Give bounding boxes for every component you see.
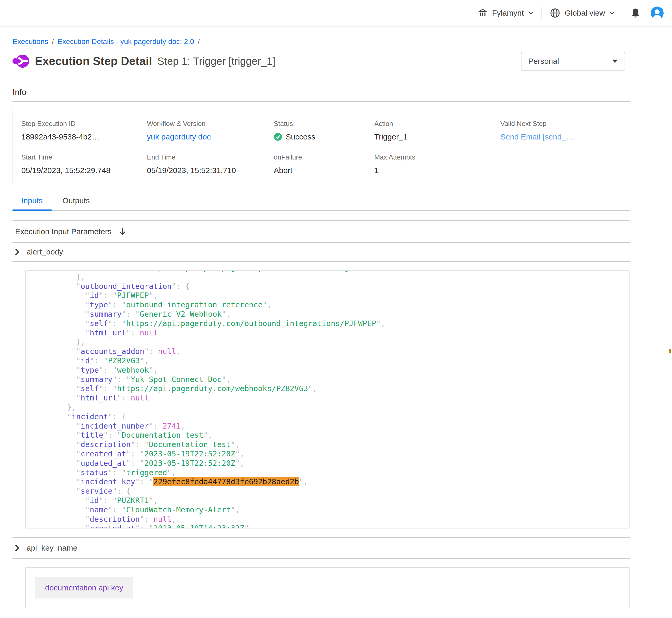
code-line: "self": "https://api.pagerduty.com/webho… (35, 384, 629, 393)
divider (12, 101, 630, 102)
globe-icon (550, 8, 561, 18)
chevron-down-icon (528, 11, 534, 15)
header-divider (541, 7, 542, 19)
divider (12, 558, 630, 559)
info-heading: Info (12, 87, 630, 97)
info-field-step-execution-id: Step Execution ID18992a43-9538-4b2… (21, 120, 147, 141)
code-line: "id": "PZB2VG3", (35, 356, 629, 366)
divider (12, 261, 630, 262)
bank-icon (478, 8, 488, 18)
user-avatar[interactable] (651, 6, 664, 19)
field-value: 05/19/2023, 15:52:31.710 (147, 166, 274, 175)
field-value: Send Email [send_… (500, 132, 630, 141)
section-alert-body-label: alert_body (26, 247, 63, 256)
page-title: Execution Step Detail (35, 55, 152, 68)
breadcrumb: Executions / Execution Details - yuk pag… (12, 37, 630, 46)
fylamynt-logo-icon (12, 53, 29, 69)
code-line: "accounts_addon": null, (35, 347, 629, 356)
code-line: "created_at": "2023-05-19T22:52:20Z", (35, 449, 629, 459)
code-line: "type": "outbound_integration_reference"… (35, 300, 629, 310)
section-api-key-name[interactable]: api_key_name (12, 538, 630, 558)
field-value: yuk pagerduty doc (147, 132, 274, 141)
field-value-link[interactable]: Send Email [send_… (500, 132, 574, 141)
code-line: "html_url": null (35, 328, 629, 338)
info-field-workflow-version: Workflow & Versionyuk pagerduty doc (147, 120, 274, 141)
info-field-max-attempts: Max Attempts1 (374, 153, 500, 175)
field-label: onFailure (274, 153, 374, 161)
notifications-bell-icon[interactable] (631, 8, 640, 18)
info-field-onfailure: onFailureAbort (274, 153, 374, 175)
tab-bar: InputsOutputs (12, 196, 630, 211)
code-line: "summary": "Yuk Spot Connect Doc", (35, 375, 629, 384)
code-line: "status": "triggered", (35, 468, 629, 478)
code-line: "summary": "Generic V2 Webhook", (35, 310, 629, 319)
code-lines: "html_url": "https://fylamynt.pagerduty.… (26, 270, 629, 528)
view-switcher[interactable]: Global view (550, 8, 615, 18)
main-content: Executions / Execution Details - yuk pag… (12, 37, 630, 618)
status-text: Success (286, 132, 315, 141)
code-line: }, (35, 403, 629, 412)
alert-body-json-viewer[interactable]: "html_url": "https://fylamynt.pagerduty.… (25, 270, 629, 528)
chevron-right-icon (15, 248, 19, 255)
info-field-valid-next-step: Valid Next StepSend Email [send_… (500, 120, 630, 141)
code-line: "html_url": "https://fylamynt.pagerduty.… (35, 270, 629, 273)
breadcrumb-executions[interactable]: Executions (12, 37, 48, 46)
view-label: Global view (565, 9, 605, 17)
breadcrumb-separator: / (52, 37, 54, 46)
tab-outputs[interactable]: Outputs (54, 196, 99, 210)
code-line: "type": "webhook", (35, 366, 629, 375)
code-line: "html_url": null (35, 393, 629, 403)
code-line: }, (35, 337, 629, 347)
org-switcher[interactable]: Fylamynt (478, 8, 534, 18)
success-check-icon (274, 133, 282, 141)
field-value-link[interactable]: yuk pagerduty doc (147, 132, 211, 141)
field-value: Trigger_1 (374, 132, 500, 141)
select-caret-icon (612, 60, 618, 63)
field-label: Action (374, 120, 500, 128)
header-divider (623, 7, 623, 19)
section-alert-body[interactable]: alert_body (12, 243, 630, 261)
field-label: Valid Next Step (500, 120, 630, 128)
code-line: "outbound_integration": { (35, 282, 629, 291)
field-value: Abort (274, 166, 374, 175)
highlighted-incident-key: 229efec8feda44778d3fe692b28aed2b (153, 477, 299, 486)
workspace-select-value: Personal (528, 57, 559, 66)
field-label: Step Execution ID (21, 120, 147, 128)
code-line: }, (35, 273, 629, 282)
breadcrumb-execution-details[interactable]: Execution Details - yuk pagerduty doc: 2… (58, 37, 194, 46)
field-value: 1 (374, 166, 500, 175)
code-line: "service": { (35, 487, 629, 496)
chevron-right-icon (15, 545, 19, 551)
field-label: Start Time (21, 153, 147, 161)
code-line: "id": "PUZKRT1", (35, 496, 629, 505)
info-field-action: ActionTrigger_1 (374, 120, 500, 141)
page-subtitle: Step 1: Trigger [trigger_1] (157, 56, 275, 67)
field-label: End Time (147, 153, 274, 161)
top-header-bar: Fylamynt Global view (0, 0, 672, 26)
code-line: "incident_key": "229efec8feda44778d3fe69… (35, 477, 629, 487)
info-card: Step Execution ID18992a43-9538-4b2…Workf… (12, 110, 630, 184)
info-field-start-time: Start Time05/19/2023, 15:52:29.748 (21, 153, 147, 175)
field-value: Success (274, 132, 374, 141)
org-label: Fylamynt (492, 9, 524, 17)
code-line: "created_at": "2023-05-19T14:23:32Z", (35, 524, 629, 528)
code-line: "description": "Documentation test", (35, 440, 629, 449)
code-line: "incident_number": 2741, (35, 422, 629, 431)
download-arrow-icon[interactable] (119, 227, 126, 236)
code-line: "name": "CloudWatch-Memory-Alert", (35, 505, 629, 515)
field-label: Max Attempts (374, 153, 500, 161)
api-key-name-value-card: documentation api key (25, 567, 629, 608)
breadcrumb-separator: / (198, 37, 200, 46)
code-line: "description": null, (35, 515, 629, 524)
section-api-key-name-label: api_key_name (26, 543, 77, 552)
chevron-down-icon (609, 11, 615, 15)
info-field-status: StatusSuccess (274, 120, 374, 141)
field-label: Status (274, 120, 374, 128)
code-line: "id": "PJFWPEP", (35, 291, 629, 300)
workspace-select[interactable]: Personal (521, 52, 625, 71)
tab-inputs[interactable]: Inputs (12, 196, 52, 210)
scrollbar-find-marker (669, 349, 671, 353)
field-value: 18992a43-9538-4b2… (21, 132, 147, 141)
code-line: "title": "Documentation test", (35, 431, 629, 440)
execution-input-parameters-label: Execution Input Parameters (15, 227, 111, 236)
